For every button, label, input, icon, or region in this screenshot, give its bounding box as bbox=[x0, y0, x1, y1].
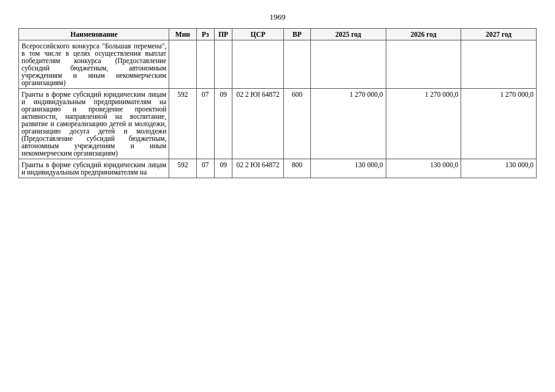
row2-y2026: 130 000,0 bbox=[386, 159, 461, 178]
col-header-vr: ВР bbox=[283, 29, 310, 40]
col-header-name: Наименование bbox=[19, 29, 169, 40]
col-header-rz: Рз bbox=[196, 29, 214, 40]
row2-csr: 02 2 ЮI 64872 bbox=[232, 159, 283, 178]
row2-vr: 800 bbox=[283, 159, 310, 178]
table-row: Гранты в форме субсидий юридическим лица… bbox=[19, 89, 537, 159]
row1-name: Гранты в форме субсидий юридическим лица… bbox=[19, 89, 169, 159]
row1-y2027: 1 270 000,0 bbox=[461, 89, 537, 159]
row2-y2027: 130 000,0 bbox=[461, 159, 537, 178]
row1-csr: 02 2 ЮI 64872 bbox=[232, 89, 283, 159]
row1-vr: 600 bbox=[283, 89, 310, 159]
table-header-row: Наименование Мин Рз ПР ЦСР ВР 2025 год 2… bbox=[19, 29, 537, 40]
col-header-2025: 2025 год bbox=[310, 29, 386, 40]
row0-min bbox=[169, 40, 196, 89]
table-row: Гранты в форме субсидий юридическим лица… bbox=[19, 159, 537, 178]
row2-rz: 07 bbox=[196, 159, 214, 178]
row1-y2025: 1 270 000,0 bbox=[310, 89, 386, 159]
row2-min: 592 bbox=[169, 159, 196, 178]
col-header-2026: 2026 год bbox=[386, 29, 461, 40]
row2-y2025: 130 000,0 bbox=[310, 159, 386, 178]
row0-y2025 bbox=[310, 40, 386, 89]
row0-y2027 bbox=[461, 40, 537, 89]
col-header-pr: ПР bbox=[214, 29, 232, 40]
col-header-csr: ЦСР bbox=[232, 29, 283, 40]
row1-min: 592 bbox=[169, 89, 196, 159]
row1-rz: 07 bbox=[196, 89, 214, 159]
budget-table: Наименование Мин Рз ПР ЦСР ВР 2025 год 2… bbox=[18, 28, 537, 178]
page-number: 1969 bbox=[18, 12, 537, 22]
table-row: Всероссийского конкурса "Большая перемен… bbox=[19, 40, 537, 89]
row0-vr bbox=[283, 40, 310, 89]
row2-pr: 09 bbox=[214, 159, 232, 178]
row0-y2026 bbox=[386, 40, 461, 89]
row1-pr: 09 bbox=[214, 89, 232, 159]
row0-rz bbox=[196, 40, 214, 89]
row0-pr bbox=[214, 40, 232, 89]
col-header-2027: 2027 год bbox=[461, 29, 537, 40]
row0-name: Всероссийского конкурса "Большая перемен… bbox=[19, 40, 169, 89]
row0-csr bbox=[232, 40, 283, 89]
row1-y2026: 1 270 000,0 bbox=[386, 89, 461, 159]
page: 1969 Наименование Мин Рз ПР ЦСР ВР 2025 … bbox=[0, 0, 555, 392]
col-header-min: Мин bbox=[169, 29, 196, 40]
row2-name: Гранты в форме субсидий юридическим лица… bbox=[19, 159, 169, 178]
